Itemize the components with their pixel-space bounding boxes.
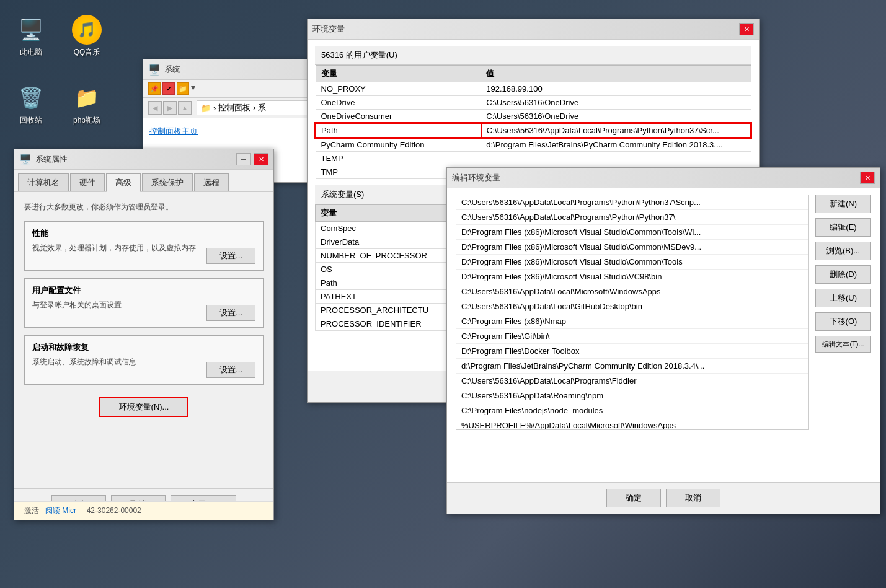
desktop-icon-this-pc[interactable]: 🖥️ 此电脑 (6, 12, 56, 60)
toolbar-btn-2[interactable]: ✔ (162, 82, 175, 95)
path-list-item[interactable]: D:\Program Files (x86)\Microsoft Visual … (456, 270, 808, 284)
recycle-bin-label: 回收站 (20, 115, 42, 126)
sysprop-tab-bar: 计算机名 硬件 高级 系统保护 远程 (14, 170, 273, 192)
envvar-title: 环境变量 (312, 24, 345, 35)
recycle-bin-icon: 🗑️ (16, 83, 46, 113)
user-var-name: TEMP (316, 152, 481, 165)
path-list-item[interactable]: %USERPROFILE%\AppData\Local\Microsoft\Wi… (456, 418, 808, 430)
performance-header: 性能 (32, 228, 255, 239)
control-panel-home-link[interactable]: 控制面板主页 (149, 125, 249, 138)
path-list-item[interactable]: C:\Program Files\Git\bin\ (456, 329, 808, 344)
php-target-label: php靶场 (73, 115, 100, 126)
path-entries-list[interactable]: C:\Users\56316\AppData\Local\Programs\Py… (456, 195, 809, 430)
user-var-value: C:\Users\56316\OneDrive (481, 96, 751, 110)
path-list-item[interactable]: C:\Users\56316\AppData\Local\Microsoft\W… (456, 284, 808, 299)
editenv-buttons: 新建(N) 编辑(E) 浏览(B)... 删除(D) 上移(U) 下移(O) 编… (815, 195, 871, 476)
sysprop-close-btn[interactable]: ✕ (254, 153, 268, 165)
editenv-cancel-btn[interactable]: 取消 (666, 489, 720, 507)
breadcrumb: › (213, 103, 216, 113)
sysprop-icon: 🖥️ (19, 154, 32, 165)
activate-text: 激活 (24, 506, 39, 515)
up-btn[interactable]: ▲ (178, 101, 192, 115)
breadcrumb-icon: 📁 (201, 103, 211, 113)
activate-link[interactable]: 阅读 Micr (45, 506, 76, 515)
tab-system-protection[interactable]: 系统保护 (142, 173, 193, 191)
user-var-name: OneDrive (316, 96, 481, 110)
envvar-close-btn[interactable]: ✕ (739, 23, 754, 35)
desktop: 🖥️ 此电脑 🎵 QQ音乐 🗑️ 回收站 📁 php靶场 🖥️ 系统 ─ □ ✕ (0, 0, 886, 588)
qq-music-icon: 🎵 (72, 15, 102, 45)
editenv-close-btn[interactable]: ✕ (860, 172, 875, 184)
this-pc-label: 此电脑 (20, 47, 42, 58)
editenv-edit-btn[interactable]: 编辑(E) (815, 218, 871, 237)
path-list-item[interactable]: C:\Users\56316\AppData\Local\Programs\Fi… (456, 374, 808, 388)
desktop-icon-recycle-bin[interactable]: 🗑️ 回收站 (6, 81, 56, 128)
sysprop-minimize-btn[interactable]: ─ (236, 153, 251, 165)
editenv-down-btn[interactable]: 下移(O) (815, 312, 871, 331)
user-vars-table: 变量 值 NO_PROXY192.168.99.100OneDriveC:\Us… (315, 65, 751, 179)
desktop-icon-qq-music[interactable]: 🎵 QQ音乐 (62, 12, 112, 60)
editenv-content: C:\Users\56316\AppData\Local\Programs\Py… (447, 188, 880, 482)
path-list-item[interactable]: C:\Program Files\nodejs\node_modules (456, 403, 808, 418)
user-var-row[interactable]: PyCharm Community Editiond:\Program File… (316, 138, 751, 152)
user-vars-section: 56316 的用户变量(U) 变量 值 NO_PROXY192.168.99.1… (315, 46, 751, 179)
path-list-item[interactable]: D:\Program Files (x86)\Microsoft Visual … (456, 255, 808, 270)
toolbar-dropdown: ▾ (191, 82, 195, 95)
path-list-item[interactable]: C:\Users\56316\AppData\Roaming\npm (456, 388, 808, 403)
performance-section: 性能 视觉效果，处理器计划，内存使用，以及虚拟内存 设置... (24, 221, 264, 271)
user-var-name: OneDriveConsumer (316, 110, 481, 124)
path-list-item[interactable]: C:\Users\56316\AppData\Local\Programs\Py… (456, 210, 808, 225)
address-text: 控制面板 › 系 (218, 102, 266, 113)
user-var-row[interactable]: PathC:\Users\56316\AppData\Local\Program… (316, 123, 751, 138)
forward-btn[interactable]: ▶ (163, 101, 177, 115)
performance-settings-btn[interactable]: 设置... (206, 248, 255, 264)
editenv-delete-btn[interactable]: 删除(D) (815, 265, 871, 284)
editenv-titlebar: 编辑环境变量 ✕ (447, 168, 880, 188)
path-list-item[interactable]: C:\Program Files (x86)\Nmap (456, 314, 808, 329)
path-list-item[interactable]: D:\Program Files (x86)\Microsoft Visual … (456, 240, 808, 255)
path-list-item[interactable]: D:\Program Files\Docker Toolbox (456, 344, 808, 359)
tab-hardware[interactable]: 硬件 (70, 173, 105, 191)
user-var-value: C:\Users\56316\OneDrive (481, 110, 751, 124)
path-list-item[interactable]: D:\Program Files (x86)\Microsoft Visual … (456, 225, 808, 240)
desktop-icon-php-target[interactable]: 📁 php靶场 (62, 81, 112, 128)
user-var-value: C:\Users\56316\AppData\Local\Programs\Py… (481, 123, 751, 138)
explorer-title: 系统 (164, 64, 180, 75)
user-var-name: Path (316, 123, 481, 138)
path-list-item[interactable]: d:\Program Files\JetBrains\PyCharm Commu… (456, 359, 808, 374)
startup-settings-btn[interactable]: 设置... (206, 362, 255, 378)
this-pc-icon: 🖥️ (16, 15, 46, 45)
user-vars-title: 56316 的用户变量(U) (315, 46, 751, 65)
startup-header: 启动和故障恢复 (32, 342, 255, 353)
user-var-row[interactable]: OneDriveConsumerC:\Users\56316\OneDrive (316, 110, 751, 124)
user-var-name: PyCharm Community Edition (316, 138, 481, 152)
qq-music-label: QQ音乐 (74, 47, 100, 58)
toolbar-btn-3[interactable]: 📁 (177, 82, 189, 95)
toolbar-btn-1[interactable]: 📌 (148, 82, 161, 95)
user-var-row[interactable]: OneDriveC:\Users\56316\OneDrive (316, 96, 751, 110)
path-list-item[interactable]: C:\Users\56316\AppData\Local\Programs\Py… (456, 195, 808, 210)
tab-advanced[interactable]: 高级 (106, 173, 141, 192)
explorer-window-icon: 🖥️ (148, 64, 161, 76)
path-list-item[interactable]: C:\Users\56316\AppData\Local\GitHubDeskt… (456, 299, 808, 314)
user-var-value (481, 152, 751, 165)
editenv-ok-btn[interactable]: 确定 (606, 489, 661, 507)
user-col-name: 变量 (316, 66, 481, 82)
user-profile-section: 用户配置文件 与登录帐户相关的桌面设置 设置... (24, 278, 264, 328)
startup-section: 启动和故障恢复 系统启动、系统故障和调试信息 设置... (24, 335, 264, 385)
sysprop-content: 要进行大多数更改，你必须作为管理员登录。 性能 视觉效果，处理器计划，内存使用，… (14, 192, 273, 488)
tab-remote[interactable]: 远程 (194, 173, 229, 191)
env-var-btn[interactable]: 环境变量(N)... (99, 397, 189, 417)
editenv-up-btn[interactable]: 上移(U) (815, 289, 871, 307)
user-var-row[interactable]: TEMP (316, 152, 751, 165)
back-btn[interactable]: ◀ (148, 101, 162, 115)
editenv-footer: 确定 取消 (447, 482, 880, 514)
user-profile-settings-btn[interactable]: 设置... (206, 305, 255, 321)
envvar-titlebar: 环境变量 ✕ (308, 19, 759, 40)
editenv-edit-text-btn[interactable]: 编辑文本(T)... (815, 336, 871, 353)
tab-computer-name[interactable]: 计算机名 (18, 173, 69, 191)
editenv-new-btn[interactable]: 新建(N) (815, 195, 871, 213)
admin-warning: 要进行大多数更改，你必须作为管理员登录。 (24, 202, 264, 213)
editenv-browse-btn[interactable]: 浏览(B)... (815, 242, 871, 260)
user-var-row[interactable]: NO_PROXY192.168.99.100 (316, 82, 751, 96)
